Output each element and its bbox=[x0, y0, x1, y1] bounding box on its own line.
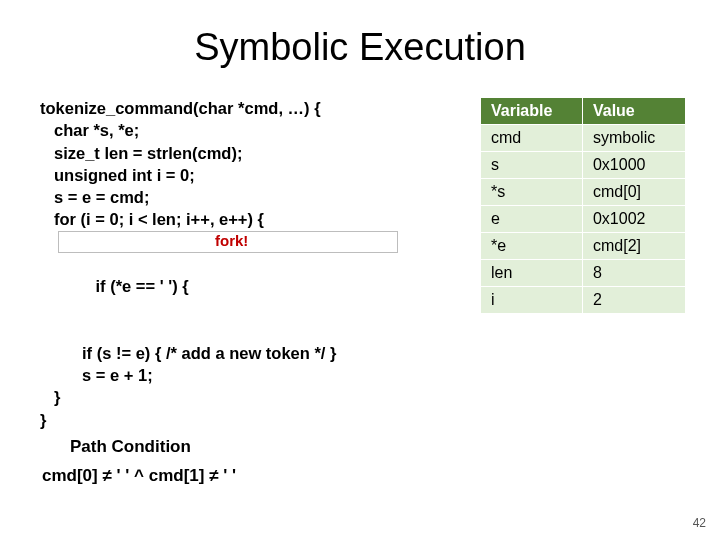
cell-var: i bbox=[481, 287, 583, 314]
code-line: char *s, *e; bbox=[40, 119, 456, 141]
slide-title: Symbolic Execution bbox=[0, 26, 720, 69]
cell-val: 0x1000 bbox=[582, 152, 685, 179]
path-condition-label: Path Condition bbox=[70, 436, 191, 459]
code-block: tokenize_command(char *cmd, …) { char *s… bbox=[40, 97, 456, 488]
table-row: *s cmd[0] bbox=[481, 179, 686, 206]
cell-val: 8 bbox=[582, 260, 685, 287]
cell-val: symbolic bbox=[582, 125, 685, 152]
cell-var: *e bbox=[481, 233, 583, 260]
cell-val: 2 bbox=[582, 287, 685, 314]
state-table: Variable Value cmd symbolic s 0x1000 *s … bbox=[480, 97, 686, 314]
path-condition-section: Path Condition cmd[0] ≠ ' ' ^ cmd[1] ≠ '… bbox=[40, 435, 456, 488]
cell-val: cmd[0] bbox=[582, 179, 685, 206]
cell-var: s bbox=[481, 152, 583, 179]
page-number: 42 bbox=[693, 516, 706, 530]
table-header-value: Value bbox=[582, 98, 685, 125]
cell-val: 0x1002 bbox=[582, 206, 685, 233]
table-row: *e cmd[2] bbox=[481, 233, 686, 260]
table-header-variable: Variable bbox=[481, 98, 583, 125]
table-row: cmd symbolic bbox=[481, 125, 686, 152]
table-row: e 0x1002 bbox=[481, 206, 686, 233]
table-row: len 8 bbox=[481, 260, 686, 287]
code-line: tokenize_command(char *cmd, …) { bbox=[40, 97, 456, 119]
code-text: if (*e == ' ') { bbox=[96, 277, 189, 295]
cell-var: len bbox=[481, 260, 583, 287]
code-line: for (i = 0; i < len; i++, e++) { bbox=[40, 208, 456, 230]
cell-var: *s bbox=[481, 179, 583, 206]
code-line: unsigned int i = 0; bbox=[40, 164, 456, 186]
code-line: s = e + 1; bbox=[40, 364, 456, 386]
fork-annotation: fork! bbox=[215, 231, 248, 251]
code-line: size_t len = strlen(cmd); bbox=[40, 142, 456, 164]
table-row: i 2 bbox=[481, 287, 686, 314]
code-line: s = e = cmd; bbox=[40, 186, 456, 208]
cell-var: cmd bbox=[481, 125, 583, 152]
slide-content: tokenize_command(char *cmd, …) { char *s… bbox=[0, 97, 720, 488]
state-table-col: Variable Value cmd symbolic s 0x1000 *s … bbox=[480, 97, 686, 488]
cell-var: e bbox=[481, 206, 583, 233]
highlighted-code-line: if (*e == ' ') { fork! bbox=[40, 231, 456, 342]
path-condition-text: cmd[0] ≠ ' ' ^ cmd[1] ≠ ' ' bbox=[42, 465, 456, 488]
code-line: } bbox=[40, 409, 456, 431]
code-line: if (s != e) { /* add a new token */ } bbox=[40, 342, 456, 364]
table-row: s 0x1000 bbox=[481, 152, 686, 179]
code-line: } bbox=[40, 386, 456, 408]
cell-val: cmd[2] bbox=[582, 233, 685, 260]
